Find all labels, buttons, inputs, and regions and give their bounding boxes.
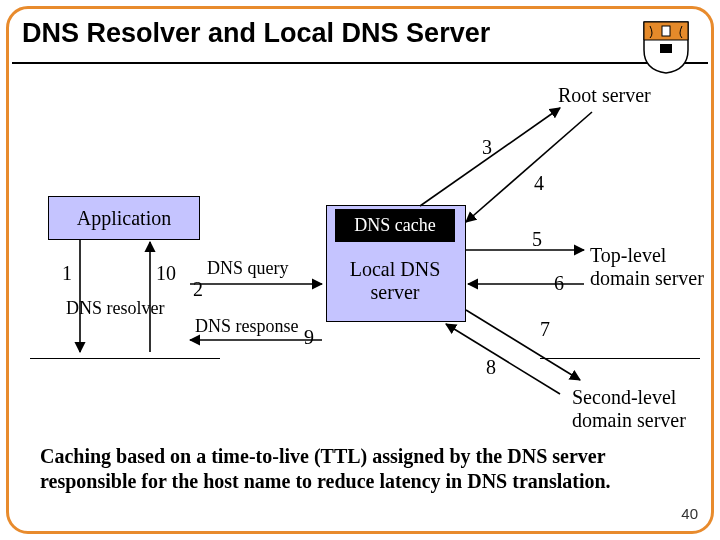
- step-1: 1: [62, 262, 72, 285]
- footer-caption: Caching based on a time-to-live (TTL) as…: [40, 444, 660, 494]
- step-8: 8: [486, 356, 496, 379]
- step-5: 5: [532, 228, 542, 251]
- step-6: 6: [554, 272, 564, 295]
- dns-cache-box: DNS cache: [335, 209, 455, 242]
- step-4: 4: [534, 172, 544, 195]
- step-10: 10: [156, 262, 176, 285]
- svg-line-10: [466, 310, 580, 380]
- step-9: 9: [304, 326, 314, 349]
- local-dns-label: Local DNS server: [326, 258, 464, 304]
- page-number: 40: [681, 505, 698, 522]
- svg-line-7: [466, 112, 592, 222]
- step-3: 3: [482, 136, 492, 159]
- step-7: 7: [540, 318, 550, 341]
- step-2: 2: [193, 278, 203, 301]
